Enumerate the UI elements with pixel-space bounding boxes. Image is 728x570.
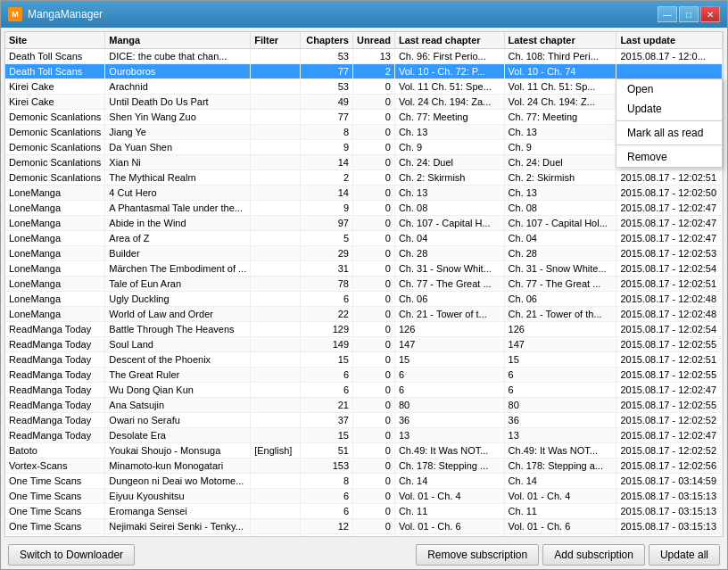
- table-cell: [251, 292, 301, 307]
- table-row[interactable]: ReadManga TodaySoul Land14901471472015.0…: [5, 337, 723, 352]
- table-row[interactable]: Vortex-ScansMinamoto-kun Monogatari1530C…: [5, 458, 723, 474]
- table-row[interactable]: LoneMangaWorld of Law and Order220Ch. 21…: [5, 307, 723, 322]
- table-cell: Vol. 01 - Ch. 6: [504, 519, 616, 534]
- table-cell: Ch. 178: Stepping ...: [394, 458, 504, 474]
- table-cell: World of Law and Order: [105, 307, 251, 322]
- table-cell: ReadManga Today: [5, 368, 105, 383]
- table-cell: Ch. 14: [504, 474, 616, 489]
- table-cell: Demonic Scanlations: [5, 125, 105, 140]
- table-row[interactable]: LoneMangaAbide in the Wind970Ch. 107 - C…: [5, 216, 723, 231]
- table-cell: Ch. 11: [504, 504, 616, 519]
- table-row[interactable]: Kirei CakeUntil Death Do Us Part490Vol. …: [5, 95, 723, 110]
- table-cell: 2015.08.17 - 12:02:55: [616, 337, 723, 352]
- table-cell: 8: [301, 474, 353, 489]
- table-cell: 126: [504, 322, 616, 337]
- table-cell: Jiang Ye: [105, 125, 251, 140]
- header-filter[interactable]: Filter: [251, 32, 301, 49]
- table-row[interactable]: LoneMangaMärchen The Embodiment of ...31…: [5, 261, 723, 277]
- table-cell: 0: [353, 79, 395, 95]
- maximize-button[interactable]: □: [679, 6, 699, 22]
- table-cell: 0: [353, 186, 395, 201]
- table-row[interactable]: One Time ScansEiyuu Kyoushitsu60Vol. 01 …: [5, 489, 723, 504]
- table-cell: 36: [504, 413, 616, 428]
- table-row[interactable]: LoneMangaUgly Duckling60Ch. 06Ch. 062015…: [5, 292, 723, 307]
- table-cell: 0: [353, 352, 395, 368]
- table-cell: [251, 246, 301, 261]
- table-row[interactable]: Kirei CakeArachnid530Vol. 11 Ch. 51: Spe…: [5, 79, 723, 95]
- table-cell: ReadManga Today: [5, 322, 105, 337]
- header-last-update[interactable]: Last update: [616, 32, 723, 49]
- table-cell: 77: [301, 110, 353, 125]
- table-cell: Kirei Cake: [5, 95, 105, 110]
- table-row[interactable]: ReadManga TodayWu Dong Qian Kun60662015.…: [5, 383, 723, 398]
- window-controls: — □ ✕: [658, 6, 720, 22]
- table-row[interactable]: Manga HereExciting Feelings44040402015.0…: [5, 534, 723, 537]
- table-cell: Builder: [105, 246, 251, 261]
- update-all-button[interactable]: Update all: [649, 544, 720, 566]
- table-cell: 5: [301, 231, 353, 246]
- table-row[interactable]: Death Toll ScansDICE: the cube that chan…: [5, 49, 723, 64]
- table-row[interactable]: One Time ScansEromanga Sensei60Ch. 11Ch.…: [5, 504, 723, 519]
- table-cell: Ch. 13: [394, 125, 504, 140]
- table-row[interactable]: ReadManga TodayAna Satsujin21080802015.0…: [5, 398, 723, 413]
- table-cell: 0: [353, 277, 395, 292]
- table-cell: 149: [301, 337, 353, 352]
- table-cell: Wu Dong Qian Kun: [105, 383, 251, 398]
- table-row[interactable]: BatotoYoukai Shoujo - Monsuga[English]51…: [5, 443, 723, 458]
- table-row[interactable]: LoneManga4 Cut Hero140Ch. 13Ch. 132015.0…: [5, 186, 723, 201]
- table-cell: 0: [353, 292, 395, 307]
- table-cell: 0: [353, 170, 395, 186]
- header-site[interactable]: Site: [5, 32, 105, 49]
- table-row[interactable]: ReadManga TodayOwari no Serafu3703636201…: [5, 413, 723, 428]
- table-row[interactable]: ReadManga TodayBattle Through The Heaven…: [5, 322, 723, 337]
- table-row[interactable]: ReadManga TodayDescent of the Phoenix150…: [5, 352, 723, 368]
- table-row[interactable]: Demonic ScanlationsShen Yin Wang Zuo770C…: [5, 110, 723, 125]
- header-chapters[interactable]: Chapters: [301, 32, 353, 49]
- context-update[interactable]: Update: [616, 99, 722, 119]
- table-cell: LoneManga: [5, 201, 105, 216]
- table-row[interactable]: LoneMangaA Phantasmal Tale under the...9…: [5, 201, 723, 216]
- table-row[interactable]: LoneMangaBuilder290Ch. 28Ch. 282015.08.1…: [5, 246, 723, 261]
- table-cell: 6: [504, 383, 616, 398]
- table-row[interactable]: ReadManga TodayDesolate Era15013132015.0…: [5, 428, 723, 443]
- minimize-button[interactable]: —: [658, 6, 677, 22]
- table-cell: 15: [301, 428, 353, 443]
- table-body: Death Toll ScansDICE: the cube that chan…: [5, 49, 723, 537]
- table-cell: Descent of the Phoenix: [105, 352, 251, 368]
- table-cell: 80: [394, 398, 504, 413]
- table-cell: Vol. 24 Ch. 194: Z...: [504, 95, 616, 110]
- add-subscription-button[interactable]: Add subscription: [542, 544, 645, 566]
- table-row[interactable]: One Time ScansNejimaki Seirei Senki - Te…: [5, 519, 723, 534]
- table-row[interactable]: One Time ScansDungeon ni Deai wo Motome.…: [5, 474, 723, 489]
- table-row[interactable]: Death Toll ScansOuroboros772Vol. 10 - Ch…: [5, 64, 723, 79]
- context-remove[interactable]: Remove: [616, 147, 722, 167]
- close-button[interactable]: ✕: [700, 6, 720, 22]
- table-row[interactable]: Demonic ScanlationsJiang Ye80Ch. 13Ch. 1…: [5, 125, 723, 140]
- switch-to-downloader-button[interactable]: Switch to Downloader: [8, 544, 135, 566]
- table-row[interactable]: Demonic ScanlationsXian Ni140Ch. 24: Due…: [5, 155, 723, 170]
- table-cell: 0: [353, 246, 395, 261]
- table-row[interactable]: LoneMangaTale of Eun Aran780Ch. 77 - The…: [5, 277, 723, 292]
- context-mark-all-read[interactable]: Mark all as read: [616, 123, 722, 143]
- table-cell: 2015.08.17 - 12:02:55: [616, 368, 723, 383]
- header-unread[interactable]: Unread: [353, 32, 395, 49]
- table-cell: 2015.08.17 - 12:02:48: [616, 307, 723, 322]
- header-latest[interactable]: Latest chapter: [504, 32, 616, 49]
- table-row[interactable]: ReadManga TodayThe Great Ruler60662015.0…: [5, 368, 723, 383]
- context-open[interactable]: Open: [616, 79, 722, 99]
- table-cell: 6: [301, 504, 353, 519]
- table-row[interactable]: LoneMangaArea of Z50Ch. 04Ch. 042015.08.…: [5, 231, 723, 246]
- table-cell: 0: [353, 413, 395, 428]
- table-cell: 49: [301, 95, 353, 110]
- header-last-read[interactable]: Last read chapter: [394, 32, 504, 49]
- context-menu: Open Update Mark all as read Remove: [616, 78, 723, 168]
- table-cell: Tale of Eun Aran: [105, 277, 251, 292]
- table-cell: 0: [353, 231, 395, 246]
- table-cell: 2015.08.17 - 12:02:51: [616, 352, 723, 368]
- table-cell: 37: [301, 413, 353, 428]
- table-cell: 13: [394, 428, 504, 443]
- table-row[interactable]: Demonic ScanlationsThe Mythical Realm20C…: [5, 170, 723, 186]
- table-row[interactable]: Demonic ScanlationsDa Yuan Shen90Ch. 9Ch…: [5, 140, 723, 155]
- remove-subscription-button[interactable]: Remove subscription: [416, 544, 539, 566]
- header-manga[interactable]: Manga: [105, 32, 251, 49]
